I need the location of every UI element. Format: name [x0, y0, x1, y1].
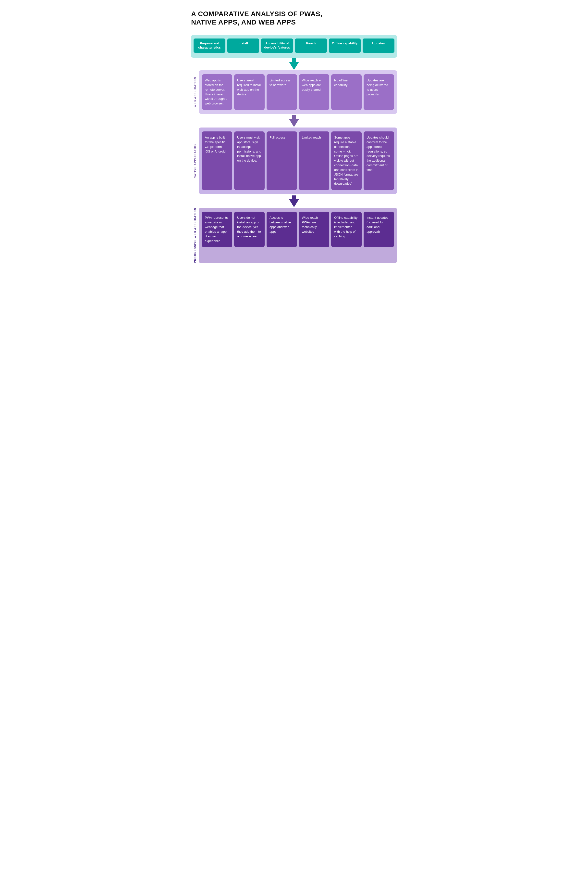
arrow-stem-3 — [292, 195, 296, 200]
native-section-wrapper: NATIVE APPLICATION An app is built for t… — [191, 128, 397, 194]
arrow-2 — [191, 115, 397, 128]
pwa-section-wrapper: PROGRESSIVE WEB APPLICATION PWA represen… — [191, 208, 397, 263]
web-cards-grid-card-4: No offline capability — [331, 74, 362, 110]
web-cards-grid-card-2: Limited access to hardware — [267, 74, 297, 110]
native-cards-grid-card-2: Full access — [267, 131, 297, 190]
pwa-cards-grid: PWA represents a website or webpage that… — [202, 212, 394, 247]
header-cell-3: Reach — [295, 38, 327, 53]
header-row: Purpose and characteristicsInstallAccess… — [193, 38, 395, 53]
web-cards-grid: Web app is stored on the remote server. … — [202, 74, 394, 110]
web-section-block: WEB APPLICATION Web app is stored on the… — [191, 70, 397, 114]
pwa-cards-grid-card-5: Instant updates (no need for additional … — [363, 212, 394, 247]
native-cards-grid-card-1: Users must visit app store, sign in, acc… — [234, 131, 264, 190]
pwa-section-block: PROGRESSIVE WEB APPLICATION PWA represen… — [191, 208, 397, 263]
header-section: Purpose and characteristicsInstallAccess… — [191, 35, 397, 58]
web-section-label: WEB APPLICATION — [193, 77, 196, 107]
web-section-content: Web app is stored on the remote server. … — [199, 70, 397, 114]
web-cards-grid-card-3: Wide reach – web apps are easily shared — [299, 74, 329, 110]
arrow-head-2 — [289, 119, 299, 127]
native-cards-grid-card-5: Updates should conform to the app store'… — [363, 131, 394, 190]
native-section-label: NATIVE APPLICATION — [193, 143, 196, 178]
title-line1: A COMPARATIVE ANALYSIS OF PWAS, — [191, 10, 322, 18]
web-cards-grid-card-5: Updates are being delivered to users pro… — [363, 74, 394, 110]
pwa-label-container: PROGRESSIVE WEB APPLICATION — [191, 208, 199, 263]
header-cell-4: Offline capability — [329, 38, 361, 53]
pwa-cards-grid-card-4: Offline capability is included and imple… — [331, 212, 362, 247]
pwa-cards-grid-card-2: Access is between native apps and web ap… — [267, 212, 297, 247]
native-label-container: NATIVE APPLICATION — [191, 128, 199, 194]
web-section-wrapper: WEB APPLICATION Web app is stored on the… — [191, 70, 397, 114]
arrow-1 — [191, 58, 397, 70]
native-cards-grid-card-0: An app is built for the specific OS plat… — [202, 131, 232, 190]
arrow-stem-1 — [292, 58, 296, 62]
arrow-3 — [191, 195, 397, 208]
header-cell-5: Updates — [363, 38, 395, 53]
pwa-cards-grid-card-3: Wide reach – PWAs are technically websit… — [299, 212, 329, 247]
arrow-stem-2 — [292, 115, 296, 119]
pwa-section-content: PWA represents a website or webpage that… — [199, 208, 397, 263]
native-cards-grid: An app is built for the specific OS plat… — [202, 131, 394, 190]
web-cards-grid-card-0: Web app is stored on the remote server. … — [202, 74, 232, 110]
web-label-container: WEB APPLICATION — [191, 70, 199, 114]
native-section-block: NATIVE APPLICATION An app is built for t… — [191, 128, 397, 194]
web-cards-grid-card-1: Users aren't required to install web app… — [234, 74, 264, 110]
pwa-cards-grid-card-1: Users do not install an app on the devic… — [234, 212, 264, 247]
header-cell-1: Install — [227, 38, 259, 53]
pwa-cards-grid-card-0: PWA represents a website or webpage that… — [202, 212, 232, 247]
arrow-head-1 — [289, 62, 299, 70]
native-section-content: An app is built for the specific OS plat… — [199, 128, 397, 194]
header-cell-2: Accessibility of device's features — [261, 38, 293, 53]
header-cell-0: Purpose and characteristics — [193, 38, 225, 53]
arrow-head-3 — [289, 200, 299, 207]
native-cards-grid-card-4: Some apps require a stable connection, s… — [331, 131, 362, 190]
native-cards-grid-card-3: Limited reach — [299, 131, 329, 190]
pwa-section-label: PROGRESSIVE WEB APPLICATION — [193, 208, 196, 263]
title-line2: NATIVE APPS, AND WEB APPS — [191, 18, 296, 26]
